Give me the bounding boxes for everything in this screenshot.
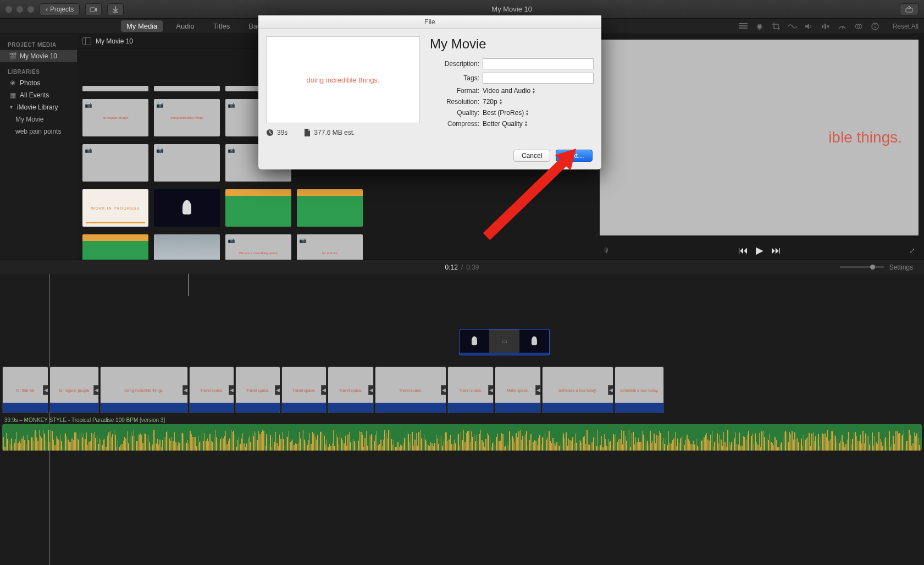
chevron-left-icon: ‹ bbox=[46, 6, 48, 13]
filter-icon[interactable] bbox=[854, 22, 863, 31]
media-thumb[interactable]: 📷 bbox=[154, 144, 220, 182]
tab-audio[interactable]: Audio bbox=[170, 20, 200, 32]
transition-icon[interactable]: ◀▶ bbox=[368, 385, 374, 395]
color-balance-icon[interactable] bbox=[739, 22, 748, 31]
noise-reduce-icon[interactable] bbox=[821, 22, 830, 31]
stabilize-icon[interactable] bbox=[788, 22, 797, 31]
sidebar-web-pain[interactable]: web pain points bbox=[0, 125, 77, 138]
video-clip[interactable]: Make space.◀▶ bbox=[495, 366, 541, 413]
resolution-label: Resolution: bbox=[430, 98, 479, 106]
disclosure-triangle-icon: ▼ bbox=[9, 105, 14, 110]
compress-select[interactable]: Better Quality▴▾ bbox=[483, 120, 527, 128]
reset-all-button[interactable]: Reset All bbox=[893, 23, 919, 30]
share-button[interactable] bbox=[900, 3, 919, 15]
zoom-slider[interactable] bbox=[840, 266, 884, 268]
tags-input[interactable] bbox=[483, 73, 594, 84]
media-thumb[interactable] bbox=[154, 234, 220, 260]
video-clip[interactable]: Travel space.◀▶ bbox=[235, 366, 280, 413]
video-clip[interactable]: for regular people◀▶ bbox=[49, 366, 99, 413]
sidebar-imovie-library[interactable]: ▼ iMovie Library bbox=[0, 101, 77, 113]
video-clip[interactable]: Schedule a tour today. bbox=[615, 366, 664, 413]
media-thumb[interactable]: WORK IN PROGRESS bbox=[82, 189, 148, 227]
video-clip[interactable]: Travel space.◀▶ bbox=[375, 366, 446, 413]
video-clip[interactable]: Schedule a tour today.◀▶ bbox=[542, 366, 613, 413]
media-thumb[interactable] bbox=[82, 234, 148, 260]
info-icon[interactable] bbox=[871, 22, 879, 31]
crop-icon[interactable] bbox=[772, 22, 781, 31]
description-input[interactable] bbox=[483, 58, 594, 69]
media-thumb[interactable] bbox=[225, 189, 291, 227]
format-select[interactable]: Video and Audio▴▾ bbox=[483, 87, 535, 95]
media-thumb[interactable]: 📷doing incredible things bbox=[154, 99, 220, 136]
tab-my-media[interactable]: My Media bbox=[121, 20, 163, 32]
next-button[interactable]: Next… bbox=[556, 150, 593, 162]
video-clip[interactable]: Travel space.◀▶ bbox=[447, 366, 494, 413]
clock-icon bbox=[266, 129, 274, 136]
close-dot[interactable] bbox=[5, 6, 12, 13]
transition-icon[interactable]: ◀▶ bbox=[43, 385, 48, 395]
media-thumb[interactable] bbox=[154, 189, 220, 227]
transition-icon[interactable]: ◀▶ bbox=[93, 385, 99, 395]
quality-select[interactable]: Best (ProRes)▴▾ bbox=[483, 109, 528, 117]
download-button[interactable] bbox=[107, 3, 124, 15]
zoom-dot[interactable] bbox=[27, 6, 34, 13]
video-clip[interactable]: Travel space.◀▶ bbox=[328, 366, 374, 413]
video-clip[interactable]: Travel space.◀▶ bbox=[189, 366, 234, 413]
playhead-sep: / bbox=[461, 264, 463, 271]
fullscreen-icon[interactable]: ⤢ bbox=[909, 246, 915, 255]
preview-viewer[interactable]: ible things. bbox=[600, 40, 919, 235]
import-media-button[interactable] bbox=[85, 3, 102, 15]
cancel-button[interactable]: Cancel bbox=[513, 150, 550, 162]
timeline[interactable]: ▭ for that we◀▶for regular people◀▶doing… bbox=[0, 274, 924, 565]
transition-icon[interactable]: ◀▶ bbox=[229, 385, 234, 395]
transition-icon[interactable]: ◀▶ bbox=[535, 385, 541, 395]
speed-icon[interactable] bbox=[838, 22, 846, 31]
sidebar-photos[interactable]: ❀ Photos bbox=[0, 77, 77, 89]
export-title: My Movie bbox=[430, 36, 594, 52]
share-icon bbox=[905, 6, 913, 13]
transition-icon[interactable]: ◀▶ bbox=[182, 385, 188, 395]
tab-titles[interactable]: Titles bbox=[208, 20, 236, 32]
transition-icon[interactable]: ◀▶ bbox=[488, 385, 494, 395]
play-button[interactable]: ▶ bbox=[756, 244, 763, 256]
media-thumb[interactable] bbox=[297, 189, 363, 227]
sidebar-project-item[interactable]: 🎬 My Movie 10 bbox=[0, 50, 77, 62]
color-correction-icon[interactable]: ◉ bbox=[755, 22, 764, 31]
transition-icon[interactable]: ◀▶ bbox=[275, 385, 280, 395]
resolution-select[interactable]: 720p▴▾ bbox=[483, 98, 502, 106]
transition-icon[interactable]: ◀▶ bbox=[441, 385, 446, 395]
export-preview: doing incredible things. bbox=[266, 36, 420, 123]
timeline-settings-button[interactable]: Settings bbox=[889, 264, 913, 271]
clapper-icon: 🎬 bbox=[9, 52, 16, 60]
svg-rect-2 bbox=[739, 25, 748, 26]
svg-rect-5 bbox=[822, 25, 823, 28]
transition-icon[interactable]: ◀▶ bbox=[608, 385, 613, 395]
sidebar-my-movie[interactable]: My Movie bbox=[0, 113, 77, 125]
media-thumb[interactable]: 📷for that we bbox=[297, 234, 363, 260]
pip-clip[interactable]: ▭ bbox=[459, 329, 550, 355]
next-button[interactable]: ⏭ bbox=[771, 245, 781, 256]
video-clip[interactable]: doing incredible things.◀▶ bbox=[100, 366, 188, 413]
media-thumb[interactable]: 📷We are a coworking space bbox=[225, 234, 291, 260]
projects-back-button[interactable]: ‹ Projects bbox=[40, 3, 80, 15]
prev-button[interactable]: ⏮ bbox=[738, 245, 748, 256]
transition-icon[interactable]: ◀▶ bbox=[321, 385, 327, 395]
camera-icon: 📷 bbox=[156, 146, 164, 153]
quality-label: Quality: bbox=[430, 109, 479, 117]
video-clip[interactable]: Travel space.◀▶ bbox=[281, 366, 327, 413]
audio-clip-label: 39.9s – MONKEY STYLE - Tropical Paradise… bbox=[2, 416, 922, 424]
volume-icon[interactable] bbox=[805, 22, 814, 31]
voiceover-mic-icon[interactable]: 🎙 bbox=[603, 246, 610, 255]
sidebar-project-label: My Movie 10 bbox=[20, 52, 57, 60]
media-thumb[interactable]: 📷for regular people bbox=[82, 99, 148, 136]
minimize-dot[interactable] bbox=[16, 6, 23, 13]
sidebar-all-events[interactable]: ▦ All Events bbox=[0, 89, 77, 101]
audio-clip[interactable] bbox=[2, 424, 922, 451]
video-clip[interactable]: for that we◀▶ bbox=[2, 366, 48, 413]
camera-icon: 📷 bbox=[156, 101, 164, 108]
window-title: My Movie 10 bbox=[129, 5, 894, 13]
media-thumb[interactable]: 📷 bbox=[82, 144, 148, 182]
sidebar-toggle-icon[interactable] bbox=[82, 37, 91, 45]
media-thumb[interactable] bbox=[154, 86, 220, 91]
media-thumb[interactable] bbox=[82, 86, 148, 91]
